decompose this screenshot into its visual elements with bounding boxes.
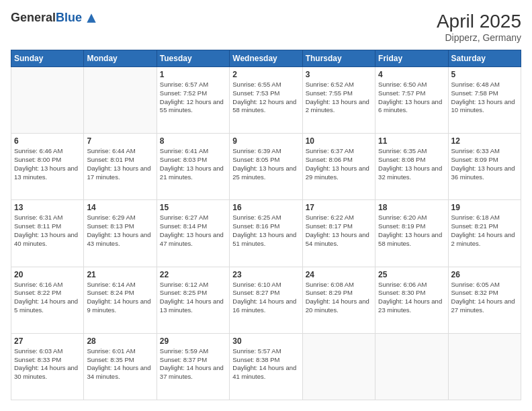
day-info: Sunrise: 6:55 AM Sunset: 7:53 PM Dayligh… xyxy=(232,81,299,115)
calendar-cell: 7Sunrise: 6:44 AM Sunset: 8:01 PM Daylig… xyxy=(84,134,157,200)
calendar-cell: 3Sunrise: 6:52 AM Sunset: 7:55 PM Daylig… xyxy=(302,67,375,134)
logo-blue: Blue xyxy=(56,11,82,24)
day-info: Sunrise: 5:59 AM Sunset: 8:37 PM Dayligh… xyxy=(160,347,226,381)
month-title: April 2025 xyxy=(437,11,521,32)
calendar-cell: 16Sunrise: 6:25 AM Sunset: 8:16 PM Dayli… xyxy=(230,200,302,267)
day-info: Sunrise: 6:31 AM Sunset: 8:11 PM Dayligh… xyxy=(14,214,81,248)
calendar-cell: 21Sunrise: 6:14 AM Sunset: 8:24 PM Dayli… xyxy=(84,267,157,333)
calendar-week-row: 13Sunrise: 6:31 AM Sunset: 8:11 PM Dayli… xyxy=(11,200,521,267)
day-info: Sunrise: 6:29 AM Sunset: 8:13 PM Dayligh… xyxy=(87,214,153,248)
day-number: 20 xyxy=(14,270,81,279)
calendar-cell xyxy=(84,67,157,134)
calendar-cell: 28Sunrise: 6:01 AM Sunset: 8:35 PM Dayli… xyxy=(84,333,157,400)
location: Dipperz, Germany xyxy=(437,32,521,43)
day-number: 14 xyxy=(87,203,153,212)
calendar-cell: 19Sunrise: 6:18 AM Sunset: 8:21 PM Dayli… xyxy=(448,200,521,267)
day-number: 26 xyxy=(451,270,518,279)
day-info: Sunrise: 6:03 AM Sunset: 8:33 PM Dayligh… xyxy=(14,347,81,381)
calendar-week-row: 20Sunrise: 6:16 AM Sunset: 8:22 PM Dayli… xyxy=(11,267,521,333)
calendar-cell: 6Sunrise: 6:46 AM Sunset: 8:00 PM Daylig… xyxy=(11,134,84,200)
day-number: 24 xyxy=(306,270,372,279)
day-info: Sunrise: 6:05 AM Sunset: 8:32 PM Dayligh… xyxy=(451,281,518,315)
day-number: 18 xyxy=(378,203,445,212)
calendar-cell: 11Sunrise: 6:35 AM Sunset: 8:08 PM Dayli… xyxy=(375,134,448,200)
calendar-week-row: 1Sunrise: 6:57 AM Sunset: 7:52 PM Daylig… xyxy=(11,67,521,134)
calendar-cell: 13Sunrise: 6:31 AM Sunset: 8:11 PM Dayli… xyxy=(11,200,84,267)
day-info: Sunrise: 6:16 AM Sunset: 8:22 PM Dayligh… xyxy=(14,281,81,315)
calendar-cell: 14Sunrise: 6:29 AM Sunset: 8:13 PM Dayli… xyxy=(84,200,157,267)
calendar-day-header: Saturday xyxy=(448,50,521,67)
day-number: 21 xyxy=(87,270,153,279)
day-number: 7 xyxy=(87,136,153,146)
day-info: Sunrise: 6:08 AM Sunset: 8:29 PM Dayligh… xyxy=(306,281,372,315)
calendar-cell: 2Sunrise: 6:55 AM Sunset: 7:53 PM Daylig… xyxy=(230,67,302,134)
calendar-cell: 5Sunrise: 6:48 AM Sunset: 7:58 PM Daylig… xyxy=(448,67,521,134)
calendar-cell: 8Sunrise: 6:41 AM Sunset: 8:03 PM Daylig… xyxy=(157,134,229,200)
day-number: 1 xyxy=(160,70,226,79)
day-number: 3 xyxy=(306,70,372,79)
calendar-cell xyxy=(11,67,84,134)
page: GeneralBlue April 2025 Dipperz, Germany … xyxy=(0,0,532,411)
day-info: Sunrise: 6:27 AM Sunset: 8:14 PM Dayligh… xyxy=(160,214,226,248)
calendar-cell: 25Sunrise: 6:06 AM Sunset: 8:30 PM Dayli… xyxy=(375,267,448,333)
day-info: Sunrise: 6:48 AM Sunset: 7:58 PM Dayligh… xyxy=(451,81,518,115)
day-info: Sunrise: 6:52 AM Sunset: 7:55 PM Dayligh… xyxy=(306,81,372,115)
day-number: 10 xyxy=(306,136,372,146)
calendar-cell: 30Sunrise: 5:57 AM Sunset: 8:38 PM Dayli… xyxy=(230,333,302,400)
day-number: 5 xyxy=(451,70,518,79)
day-number: 15 xyxy=(160,203,226,212)
day-number: 4 xyxy=(378,70,445,79)
header: GeneralBlue April 2025 Dipperz, Germany xyxy=(11,11,521,43)
calendar-cell: 10Sunrise: 6:37 AM Sunset: 8:06 PM Dayli… xyxy=(302,134,375,200)
day-number: 29 xyxy=(160,336,226,346)
day-number: 23 xyxy=(232,270,299,279)
calendar-week-row: 27Sunrise: 6:03 AM Sunset: 8:33 PM Dayli… xyxy=(11,333,521,400)
day-info: Sunrise: 6:37 AM Sunset: 8:06 PM Dayligh… xyxy=(306,147,372,181)
day-number: 25 xyxy=(378,270,445,279)
day-info: Sunrise: 6:44 AM Sunset: 8:01 PM Dayligh… xyxy=(87,147,153,181)
day-info: Sunrise: 6:57 AM Sunset: 7:52 PM Dayligh… xyxy=(160,81,226,115)
day-number: 11 xyxy=(378,136,445,146)
day-number: 27 xyxy=(14,336,81,346)
calendar-cell: 15Sunrise: 6:27 AM Sunset: 8:14 PM Dayli… xyxy=(157,200,229,267)
day-number: 6 xyxy=(14,136,81,146)
day-info: Sunrise: 6:22 AM Sunset: 8:17 PM Dayligh… xyxy=(306,214,372,248)
calendar-cell: 20Sunrise: 6:16 AM Sunset: 8:22 PM Dayli… xyxy=(11,267,84,333)
day-info: Sunrise: 6:50 AM Sunset: 7:57 PM Dayligh… xyxy=(378,81,445,115)
day-info: Sunrise: 6:33 AM Sunset: 8:09 PM Dayligh… xyxy=(451,147,518,181)
calendar-cell xyxy=(375,333,448,400)
day-number: 30 xyxy=(232,336,299,346)
day-number: 8 xyxy=(160,136,226,146)
day-info: Sunrise: 6:41 AM Sunset: 8:03 PM Dayligh… xyxy=(160,147,226,181)
day-info: Sunrise: 6:35 AM Sunset: 8:08 PM Dayligh… xyxy=(378,147,445,181)
calendar-cell xyxy=(302,333,375,400)
calendar-cell: 26Sunrise: 6:05 AM Sunset: 8:32 PM Dayli… xyxy=(448,267,521,333)
day-info: Sunrise: 5:57 AM Sunset: 8:38 PM Dayligh… xyxy=(232,347,299,381)
calendar-day-header: Monday xyxy=(84,50,157,67)
calendar-day-header: Tuesday xyxy=(157,50,229,67)
calendar-cell: 12Sunrise: 6:33 AM Sunset: 8:09 PM Dayli… xyxy=(448,134,521,200)
calendar-cell: 29Sunrise: 5:59 AM Sunset: 8:37 PM Dayli… xyxy=(157,333,229,400)
calendar-cell: 9Sunrise: 6:39 AM Sunset: 8:05 PM Daylig… xyxy=(230,134,302,200)
day-info: Sunrise: 6:10 AM Sunset: 8:27 PM Dayligh… xyxy=(232,281,299,315)
day-info: Sunrise: 6:46 AM Sunset: 8:00 PM Dayligh… xyxy=(14,147,81,181)
day-info: Sunrise: 6:12 AM Sunset: 8:25 PM Dayligh… xyxy=(160,281,226,315)
calendar-day-header: Sunday xyxy=(11,50,84,67)
day-info: Sunrise: 6:01 AM Sunset: 8:35 PM Dayligh… xyxy=(87,347,153,381)
day-number: 12 xyxy=(451,136,518,146)
day-number: 19 xyxy=(451,203,518,212)
calendar-cell: 17Sunrise: 6:22 AM Sunset: 8:17 PM Dayli… xyxy=(302,200,375,267)
logo-general: General xyxy=(11,11,56,24)
calendar-day-header: Thursday xyxy=(302,50,375,67)
calendar-table: SundayMondayTuesdayWednesdayThursdayFrid… xyxy=(11,50,521,400)
day-number: 16 xyxy=(232,203,299,212)
day-info: Sunrise: 6:18 AM Sunset: 8:21 PM Dayligh… xyxy=(451,214,518,248)
day-number: 28 xyxy=(87,336,153,346)
calendar-cell: 22Sunrise: 6:12 AM Sunset: 8:25 PM Dayli… xyxy=(157,267,229,333)
day-number: 17 xyxy=(306,203,372,212)
logo: GeneralBlue xyxy=(11,11,98,25)
day-number: 9 xyxy=(232,136,299,146)
calendar-cell: 27Sunrise: 6:03 AM Sunset: 8:33 PM Dayli… xyxy=(11,333,84,400)
day-number: 2 xyxy=(232,70,299,79)
calendar-day-header: Friday xyxy=(375,50,448,67)
